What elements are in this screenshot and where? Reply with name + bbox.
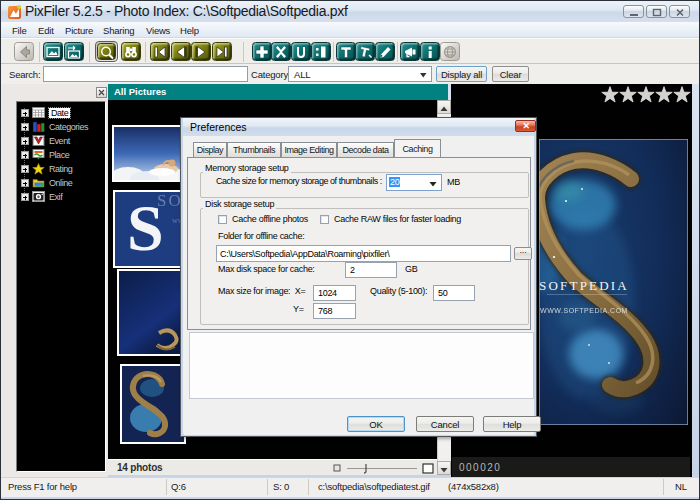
svg-text:SOFTPEDIA: SOFTPEDIA [539,278,629,293]
svg-text:WWW.SOFTPEDIA.COM: WWW.SOFTPEDIA.COM [540,307,628,314]
